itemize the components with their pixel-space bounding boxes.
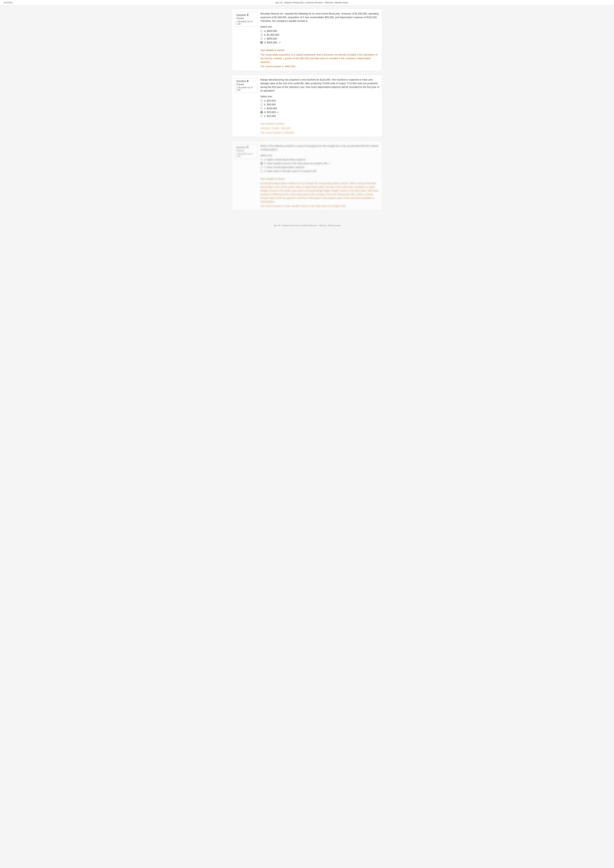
radio-4b [260, 103, 263, 106]
question-4-sidebar: Question 4 Correct 1.00 points out of 1.… [235, 78, 258, 93]
question-5-label: Question 5 [236, 146, 256, 149]
question-3-feedback-1: The snowmobile acquisition is a capital … [260, 53, 379, 64]
question-5-options: a. higher overall depreciation expense b… [260, 158, 379, 172]
question-4-options: a. $20,000 b. $50,000 c. $100,000 d. $25… [260, 99, 379, 118]
question-3-select-one: Select one: [260, 25, 379, 28]
option-3d[interactable]: d. $900,000. ✔ [260, 41, 379, 44]
radio-5a [260, 158, 263, 161]
radio-4e [260, 115, 263, 117]
radio-3b [260, 34, 263, 36]
radio-4d [260, 111, 263, 113]
header-title: Quiz #4 - Requires Respondus LockDown Br… [275, 2, 348, 4]
option-4c[interactable]: c. $100,000 [260, 107, 379, 110]
option-3b[interactable]: b. $1,000,000. [260, 33, 379, 36]
question-3-text: Mountain Rescue Inc. reported the follow… [260, 12, 379, 23]
question-3-content: Mountain Rescue Inc. reported the follow… [260, 12, 379, 68]
option-4d[interactable]: d. $25,000 ✔ [260, 111, 379, 113]
question-5-answer-correct: Your answer is correct. [260, 177, 379, 180]
option-5c[interactable]: c. lower overall depreciation expense [260, 166, 379, 169]
radio-4a [260, 99, 263, 102]
question-3-sidebar: Question 3 Correct 1.00 points out of 1.… [235, 12, 258, 27]
question-4-feedback-1: 125,000 / 75,000 = $25,000 [260, 127, 379, 130]
option-4a[interactable]: a. $20,000 [260, 99, 379, 102]
question-4-status: Correct [236, 83, 256, 86]
check-4d: ✔ [277, 111, 279, 113]
radio-5b [260, 162, 263, 164]
question-3-correct-answer: The correct answer is: $900,000. [260, 65, 379, 68]
option-5d[interactable]: d. lower taxes in the later years of a p… [260, 170, 379, 172]
question-4-feedback: Your answer is correct. 125,000 / 75,000… [260, 120, 379, 134]
check-5b: ✔ [328, 162, 331, 165]
question-5-select-one: Select one: [260, 154, 379, 157]
question-3-answer-correct: Your answer is correct. [260, 49, 379, 51]
check-3d: ✔ [279, 41, 281, 44]
radio-3d [260, 41, 263, 44]
option-4b[interactable]: b. $50,000 [260, 103, 379, 106]
radio-3a [260, 30, 263, 32]
question-3-label: Question 3 [236, 14, 256, 17]
question-4-select-one: Select one: [260, 95, 379, 98]
question-5-correct-answer: The correct answer is: lower taxable inc… [260, 205, 379, 208]
question-4-text: Mango Manufacturing has acquired a new m… [260, 78, 379, 93]
question-5-feedback-text: Accelerated depreciation methods do not … [260, 181, 379, 204]
question-3-options: a. $850,000. b. $1,000,000. c. $950,000.… [260, 29, 379, 44]
question-4-label: Question 4 [236, 79, 256, 83]
question-5-content: Which of the following would be a result… [260, 144, 379, 208]
page-header: 4/12/2021 Quiz #4 - Requires Respondus L… [0, 0, 614, 5]
option-3a[interactable]: a. $850,000. [260, 29, 379, 33]
radio-5c [260, 166, 263, 169]
question-5-block: Question 5 Correct 1.00 points out of 1.… [232, 141, 382, 211]
question-5-text: Which of the following would be a result… [260, 144, 379, 152]
radio-4c [260, 107, 263, 110]
question-5-sidebar: Question 5 Correct 1.00 points out of 1.… [235, 144, 258, 159]
option-5b[interactable]: b. lower taxable income in the early yea… [260, 162, 379, 165]
question-5-points: 1.00 points out of 1.00 [236, 153, 256, 157]
main-container: Question 3 Correct 1.00 points out of 1.… [229, 5, 385, 218]
option-4e[interactable]: e. $15,000 [260, 115, 379, 118]
question-4-correct-answer: The correct answer is: $25,000. [260, 131, 379, 134]
question-4-block: Question 4 Correct 1.00 points out of 1.… [232, 75, 382, 137]
option-5a[interactable]: a. higher overall depreciation expense [260, 158, 379, 161]
question-4-points: 1.00 points out of 1.00 [236, 86, 256, 91]
question-5-status: Correct [236, 149, 256, 152]
radio-3c [260, 37, 263, 40]
question-5-feedback: Your answer is correct. Accelerated depr… [260, 175, 379, 208]
question-3-block: Question 3 Correct 1.00 points out of 1.… [232, 9, 382, 71]
question-3-status: Correct [236, 17, 256, 20]
question-4-content: Mango Manufacturing has acquired a new m… [260, 78, 379, 134]
radio-5d [260, 170, 263, 172]
header-date: 4/12/2021 [3, 2, 13, 4]
question-3-feedback: Your answer is correct. The snowmobile a… [260, 46, 379, 68]
question-3-points: 1.00 points out of 1.00 [236, 20, 256, 25]
question-4-answer-correct: Your answer is correct. [260, 122, 379, 125]
option-3c[interactable]: c. $950,000. [260, 37, 379, 40]
page-footer: Quiz #4 - Requires Respondus LockDown Br… [0, 222, 614, 229]
